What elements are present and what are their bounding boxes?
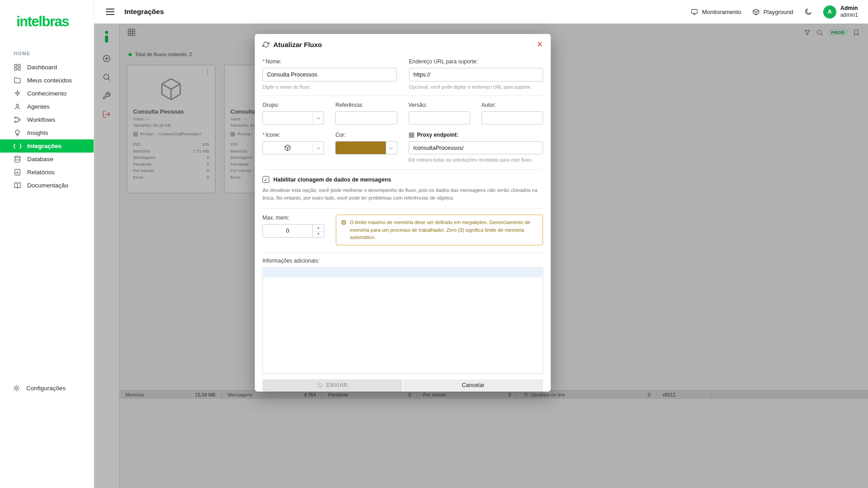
sidebar-item-relatorios[interactable]: Relatórios xyxy=(0,166,94,179)
sidebar-section-label: HOME xyxy=(14,51,94,56)
proxy-endpoint-icon xyxy=(409,132,415,138)
proxy-label: Proxy endpoint: xyxy=(409,132,544,138)
versao-input[interactable] xyxy=(409,111,470,124)
sidebar-item-meus-conteudos[interactable]: Meus conteúdos xyxy=(0,74,94,87)
sidebar-item-label: Integrações xyxy=(27,143,62,149)
sidebar-item-label: Insights xyxy=(27,129,48,136)
monitoramento-link[interactable]: Monitoramento xyxy=(691,8,741,16)
prohibit-icon xyxy=(317,383,323,388)
enviar-button[interactable]: ENVIAR xyxy=(262,379,402,392)
dark-mode-icon[interactable] xyxy=(804,8,812,16)
nome-helper: Digite o nome do fluxo. xyxy=(262,84,397,90)
braces-icon: { } xyxy=(14,142,21,150)
nome-input[interactable] xyxy=(262,68,397,81)
sidebar-item-label: Configurações xyxy=(26,385,66,392)
bulb-icon xyxy=(14,129,21,137)
page-title: Integrações xyxy=(124,8,164,16)
sidebar-item-label: Workflows xyxy=(27,116,55,123)
user-menu[interactable]: A Admin admin1 xyxy=(823,5,858,19)
database-icon xyxy=(14,155,21,163)
cube-icon xyxy=(284,144,291,151)
intelbras-logo: intelbras xyxy=(16,14,94,30)
step-down-icon[interactable]: ▼ xyxy=(313,231,324,238)
report-icon xyxy=(14,168,21,176)
playground-label: Playground xyxy=(763,9,793,15)
memory-warning-text: O limite máximo de memória deve ser defi… xyxy=(350,219,538,241)
workflow-icon xyxy=(14,116,21,124)
book-icon xyxy=(14,182,21,189)
sidebar-nav: Dashboard Meus conteúdos Conhecimento Ag… xyxy=(0,61,94,192)
dashboard-icon xyxy=(14,63,21,71)
playground-link[interactable]: Playground xyxy=(752,8,793,16)
memory-chip-icon xyxy=(341,220,347,225)
update-flow-icon xyxy=(262,41,269,48)
sidebar-item-integracoes[interactable]: { } Integrações xyxy=(0,139,94,153)
sidebar-item-conhecimento[interactable]: Conhecimento xyxy=(0,87,94,100)
url-helper: Opcional, você pode digitar o endereço U… xyxy=(409,84,544,90)
chevron-down-icon xyxy=(312,112,324,124)
max-mem-input[interactable] xyxy=(262,224,313,238)
sidebar-item-label: Conhecimento xyxy=(27,90,67,97)
atualizar-fluxo-modal: Atualizar Fluxo ✕ *Nome: Digite o nome d… xyxy=(255,34,551,392)
proxy-input[interactable] xyxy=(409,141,544,154)
sidebar-item-database[interactable]: Database xyxy=(0,153,94,166)
sidebar-item-documentacao[interactable]: Documentação xyxy=(0,179,94,192)
cor-label: Cor: xyxy=(335,132,397,138)
sidebar-item-label: Database xyxy=(27,156,53,163)
sidebar-item-dashboard[interactable]: Dashboard xyxy=(0,61,94,74)
gear-icon xyxy=(13,384,20,392)
url-label: Endereço URL para suporte: xyxy=(409,58,544,65)
playground-box-icon xyxy=(752,8,760,16)
proxy-helper: Ele roteará todas as solicitações recebi… xyxy=(409,157,544,163)
memory-warning: O limite máximo de memória deve ser defi… xyxy=(336,215,543,245)
agent-icon xyxy=(14,103,21,110)
color-swatch[interactable] xyxy=(335,141,386,154)
sidebar-item-label: Documentação xyxy=(27,182,68,189)
clonagem-checkbox[interactable]: ✓ Habilitar clonagem de dados de mensage… xyxy=(262,176,543,183)
monitor-icon xyxy=(691,8,698,16)
step-up-icon[interactable]: ▲ xyxy=(313,225,324,231)
modal-title: Atualizar Fluxo xyxy=(273,41,322,48)
cancelar-button[interactable]: Cancelar xyxy=(403,379,543,392)
additional-info-editor[interactable] xyxy=(262,267,543,374)
avatar: A xyxy=(823,5,836,19)
chevron-down-icon xyxy=(386,141,397,154)
folder-icon xyxy=(14,77,21,84)
icone-label: *Icone: xyxy=(262,132,324,138)
editor-active-line xyxy=(263,268,542,277)
sidebar-item-label: Agentes xyxy=(27,103,50,110)
referencia-label: Referência: xyxy=(335,102,397,108)
icone-select[interactable] xyxy=(262,141,324,154)
sidebar: intelbras HOME Dashboard Meus conteúdos … xyxy=(0,0,94,488)
topbar: Integrações Monitoramento Playground A A… xyxy=(94,0,868,24)
max-mem-stepper: ▲ ▼ xyxy=(313,224,324,238)
checkbox-checked-icon: ✓ xyxy=(262,176,269,183)
grupo-label: Grupo: xyxy=(262,102,324,108)
versao-label: Versão: xyxy=(409,102,470,108)
chevron-down-icon xyxy=(312,142,324,154)
sidebar-item-agentes[interactable]: Agentes xyxy=(0,100,94,113)
sidebar-item-workflows[interactable]: Workflows xyxy=(0,113,94,126)
clonagem-label: Habilitar clonagem de dados de mensagens xyxy=(273,177,391,183)
spark-icon xyxy=(14,90,21,97)
max-mem-label: Max. mem: xyxy=(262,215,324,221)
url-input[interactable] xyxy=(409,68,544,81)
sidebar-item-configuracoes[interactable]: Configurações xyxy=(0,382,94,395)
sidebar-item-label: Relatórios xyxy=(27,169,55,176)
sidebar-item-insights[interactable]: Insights xyxy=(0,126,94,139)
close-icon[interactable]: ✕ xyxy=(537,41,543,48)
clonagem-description: Ao desativar esta opção, você pode melho… xyxy=(262,187,543,201)
autor-input[interactable] xyxy=(482,111,543,124)
autor-label: Autor: xyxy=(482,102,543,108)
sidebar-item-label: Meus conteúdos xyxy=(27,77,72,84)
grupo-select[interactable] xyxy=(262,111,324,124)
user-username: admin1 xyxy=(840,12,858,19)
menu-icon[interactable] xyxy=(106,9,114,15)
monitoramento-label: Monitoramento xyxy=(702,9,741,15)
sidebar-item-label: Dashboard xyxy=(27,64,57,71)
cor-select[interactable] xyxy=(335,141,397,154)
nome-label: *Nome: xyxy=(262,58,397,65)
referencia-input[interactable] xyxy=(335,111,397,124)
user-name: Admin xyxy=(840,5,858,12)
info-label: Informações adicionais: xyxy=(262,258,543,264)
